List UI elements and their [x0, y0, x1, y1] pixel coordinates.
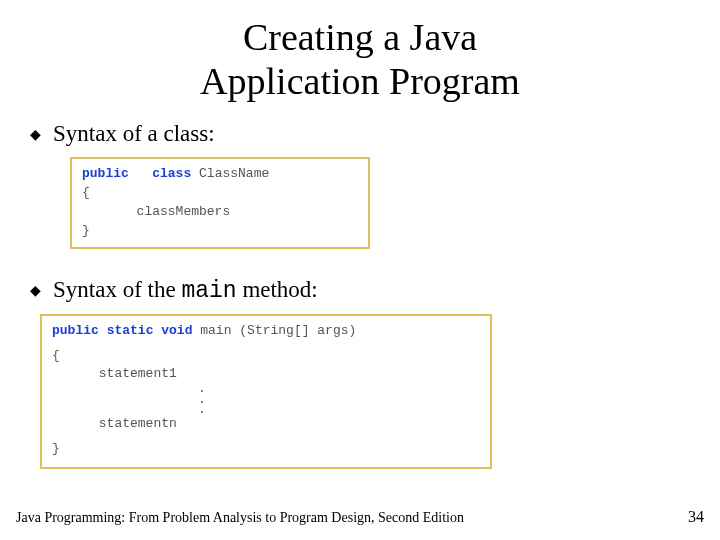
code-classname: ClassName: [199, 166, 269, 181]
bullet-2-pre: Syntax of the: [53, 277, 181, 302]
diamond-icon: ◆: [30, 282, 41, 299]
keyword-void: void: [161, 323, 192, 338]
code-box-class: public class ClassName { classMembers }: [70, 157, 370, 248]
bullet-2-post: method:: [237, 277, 318, 302]
diamond-icon: ◆: [30, 126, 41, 143]
code-line: {: [82, 184, 358, 203]
code-line: }: [82, 222, 358, 241]
bullet-text-1: Syntax of a class:: [53, 121, 215, 147]
page-number: 34: [688, 508, 704, 526]
code-members: classMembers: [137, 204, 231, 219]
code-sig: main (String[] args): [192, 323, 356, 338]
keyword-public: public: [52, 323, 99, 338]
slide: Creating a Java Application Program ◆ Sy…: [0, 0, 720, 540]
footer: Java Programming: From Problem Analysis …: [16, 508, 704, 526]
bullet-2-code: main: [181, 278, 236, 304]
keyword-public: public: [82, 166, 129, 181]
slide-title: Creating a Java Application Program: [28, 16, 692, 103]
bullet-item-2: ◆ Syntax of the main method:: [30, 277, 692, 304]
stmtn: statementn: [99, 416, 177, 431]
code-box-main: public static void main (String[] args) …: [40, 314, 492, 469]
code-line: public static void main (String[] args): [52, 322, 480, 341]
code-line: statementn: [52, 415, 480, 434]
bullet-text-2: Syntax of the main method:: [53, 277, 318, 304]
code-line: classMembers: [82, 203, 358, 222]
footer-text: Java Programming: From Problem Analysis …: [16, 510, 464, 526]
code-line: }: [52, 440, 480, 459]
code-line: statement1: [52, 365, 480, 384]
title-line-2: Application Program: [200, 60, 520, 102]
bullet-item-1: ◆ Syntax of a class:: [30, 121, 692, 147]
stmt1: statement1: [99, 366, 177, 381]
title-line-1: Creating a Java: [243, 16, 477, 58]
code-line: {: [52, 347, 480, 366]
keyword-class: class: [152, 166, 191, 181]
code-line: public class ClassName: [82, 165, 358, 184]
keyword-static: static: [107, 323, 154, 338]
ellipsis-dot: .: [192, 405, 212, 415]
